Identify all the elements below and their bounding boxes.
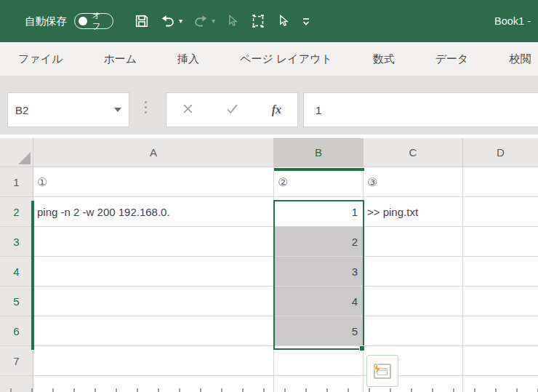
undo-dropdown-icon[interactable]: ▾	[179, 17, 182, 25]
sheet-row-5: 5 4	[0, 287, 538, 316]
pointer-tool-icon[interactable]	[276, 14, 291, 28]
selected-column-indicator	[274, 168, 364, 171]
cell-d7[interactable]	[463, 346, 538, 376]
cell-a2[interactable]: ping -n 2 -w 200 192.168.0.	[33, 197, 274, 227]
select-all-triangle-icon	[18, 152, 31, 164]
autosave-control[interactable]: 自動保存 オフ	[25, 13, 113, 29]
cell-d1[interactable]	[463, 167, 538, 197]
sheet-row-1: 1 ① ② ③	[0, 167, 538, 197]
cell-b5[interactable]: 4	[274, 287, 364, 316]
cell-a5[interactable]	[33, 287, 274, 316]
save-icon[interactable]	[134, 13, 150, 29]
ribbon-tab-bar: ファイル ホーム 挿入 ページ レイアウト 数式 データ 校閲	[0, 42, 538, 76]
column-header-b[interactable]: B	[274, 138, 364, 167]
title-bar: 自動保存 オフ ▾ ▾	[0, 0, 538, 42]
redo-button: ▾	[193, 13, 215, 29]
cell-b6[interactable]: 5	[274, 316, 364, 346]
formula-buttons-box: fx	[166, 92, 298, 127]
row-header-7[interactable]: 7	[0, 346, 33, 376]
lightning-bolt-icon	[373, 363, 382, 376]
tab-formulas[interactable]: 数式	[373, 52, 395, 66]
sheet-row-2: 2 ping -n 2 -w 200 192.168.0. 1 >> ping.…	[0, 197, 538, 227]
redo-icon	[193, 13, 209, 29]
row-header-3[interactable]: 3	[0, 227, 33, 257]
name-box-value: B2	[15, 104, 28, 116]
formula-bar-strip: B2 fx 1	[0, 76, 538, 135]
autosave-toggle[interactable]: オフ	[74, 13, 113, 29]
undo-icon	[160, 13, 176, 29]
name-box-dropdown-icon[interactable]	[114, 108, 121, 112]
cell-d4[interactable]	[463, 257, 538, 287]
enter-check-icon[interactable]	[226, 103, 238, 117]
pointer-tool-icon-disabled	[225, 14, 240, 28]
cell-a6[interactable]	[33, 316, 274, 346]
cell-b3[interactable]: 2	[274, 227, 364, 257]
sheet-row-6: 6 5	[0, 316, 538, 346]
tab-review[interactable]: 校閲	[509, 52, 531, 66]
autosave-toggle-state: オフ	[92, 10, 109, 32]
row-header-5[interactable]: 5	[0, 287, 33, 316]
tab-home[interactable]: ホーム	[103, 52, 137, 66]
cell-a3[interactable]	[33, 227, 274, 257]
insert-function-icon[interactable]: fx	[272, 103, 281, 116]
sheet-row-3: 3 2	[0, 227, 538, 257]
formula-bar-input[interactable]: 1	[303, 92, 538, 127]
column-header-d[interactable]: D	[463, 138, 538, 167]
cell-c5[interactable]	[364, 287, 463, 316]
cell-b1[interactable]: ②	[274, 167, 364, 197]
bottom-tick-marks	[10, 388, 538, 392]
row-header-2[interactable]: 2	[0, 197, 33, 227]
row-header-1[interactable]: 1	[0, 167, 33, 197]
cell-c3[interactable]	[364, 227, 463, 257]
sheet-row-7: 7	[0, 346, 538, 376]
formula-bar-value: 1	[316, 104, 321, 116]
select-objects-icon[interactable]	[250, 13, 266, 29]
undo-button[interactable]: ▾	[160, 13, 182, 29]
cancel-icon[interactable]	[182, 103, 193, 117]
tab-insert[interactable]: 挿入	[177, 52, 199, 66]
cell-d6[interactable]	[463, 316, 538, 346]
cell-b7[interactable]	[274, 346, 364, 376]
cell-a7[interactable]	[33, 346, 274, 376]
cell-d2[interactable]	[463, 197, 538, 227]
cell-c2[interactable]: >> ping.txt	[364, 197, 463, 227]
select-all-button[interactable]	[0, 138, 33, 167]
quick-access-toolbar: ▾ ▾	[134, 13, 311, 29]
cell-b4[interactable]: 3	[274, 257, 364, 287]
column-header-a[interactable]: A	[33, 138, 274, 167]
autosave-label: 自動保存	[25, 15, 67, 28]
tab-data[interactable]: データ	[435, 52, 469, 66]
tab-file[interactable]: ファイル	[18, 52, 63, 66]
autosave-toggle-knob	[79, 17, 87, 25]
tab-page-layout[interactable]: ページ レイアウト	[240, 52, 332, 66]
selected-rows-indicator	[31, 201, 34, 350]
name-box[interactable]: B2	[7, 92, 129, 127]
column-header-c[interactable]: C	[364, 138, 463, 167]
cell-a4[interactable]	[33, 257, 274, 287]
cell-c4[interactable]	[364, 257, 463, 287]
row-header-6[interactable]: 6	[0, 316, 33, 346]
worksheet: A B C D 1 ① ② ③ 2 ping -n 2 -w 200 192.1…	[0, 138, 538, 392]
quick-analysis-button[interactable]	[366, 355, 398, 387]
redo-dropdown-icon: ▾	[212, 17, 215, 25]
customize-toolbar-icon[interactable]	[301, 16, 311, 26]
row-header-4[interactable]: 4	[0, 257, 33, 287]
cell-b2-active[interactable]: 1	[274, 197, 364, 227]
cell-a1[interactable]: ①	[33, 167, 274, 197]
cell-d3[interactable]	[463, 227, 538, 257]
column-header-row: A B C D	[0, 138, 538, 167]
cell-c1[interactable]: ③	[364, 167, 463, 197]
formula-bar-divider	[145, 101, 147, 113]
cell-c6[interactable]	[364, 316, 463, 346]
fill-handle[interactable]	[359, 345, 365, 351]
sheet-row-4: 4 3	[0, 257, 538, 287]
cell-d5[interactable]	[463, 287, 538, 316]
workbook-title: Book1 -	[494, 15, 531, 27]
